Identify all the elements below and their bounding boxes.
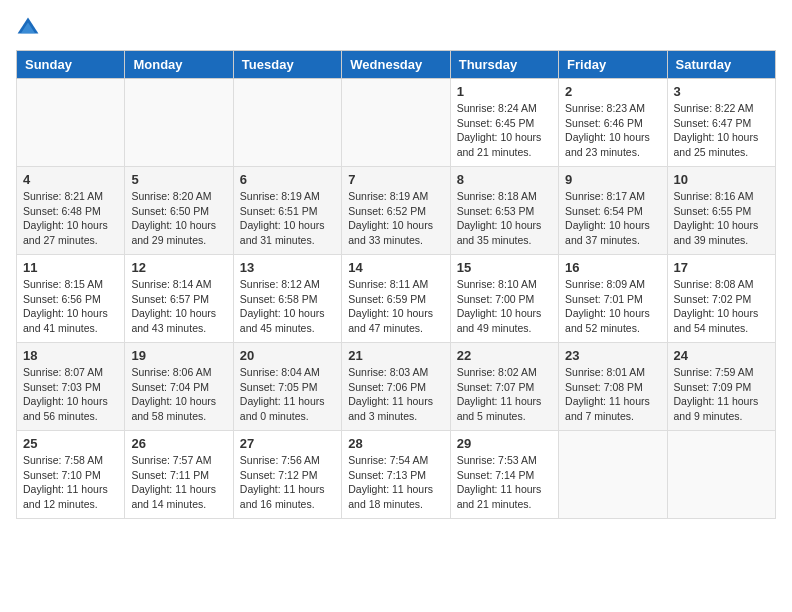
- day-info: Sunrise: 8:21 AM Sunset: 6:48 PM Dayligh…: [23, 189, 118, 248]
- day-number: 18: [23, 348, 118, 363]
- day-cell: 6Sunrise: 8:19 AM Sunset: 6:51 PM Daylig…: [233, 167, 341, 255]
- day-cell: 9Sunrise: 8:17 AM Sunset: 6:54 PM Daylig…: [559, 167, 667, 255]
- day-number: 20: [240, 348, 335, 363]
- day-info: Sunrise: 8:14 AM Sunset: 6:57 PM Dayligh…: [131, 277, 226, 336]
- day-cell: 27Sunrise: 7:56 AM Sunset: 7:12 PM Dayli…: [233, 431, 341, 519]
- day-info: Sunrise: 8:10 AM Sunset: 7:00 PM Dayligh…: [457, 277, 552, 336]
- day-info: Sunrise: 7:59 AM Sunset: 7:09 PM Dayligh…: [674, 365, 769, 424]
- day-cell: 23Sunrise: 8:01 AM Sunset: 7:08 PM Dayli…: [559, 343, 667, 431]
- day-cell: 10Sunrise: 8:16 AM Sunset: 6:55 PM Dayli…: [667, 167, 775, 255]
- day-cell: 15Sunrise: 8:10 AM Sunset: 7:00 PM Dayli…: [450, 255, 558, 343]
- day-info: Sunrise: 8:16 AM Sunset: 6:55 PM Dayligh…: [674, 189, 769, 248]
- day-number: 6: [240, 172, 335, 187]
- day-cell: 14Sunrise: 8:11 AM Sunset: 6:59 PM Dayli…: [342, 255, 450, 343]
- day-info: Sunrise: 8:03 AM Sunset: 7:06 PM Dayligh…: [348, 365, 443, 424]
- day-number: 3: [674, 84, 769, 99]
- day-info: Sunrise: 8:12 AM Sunset: 6:58 PM Dayligh…: [240, 277, 335, 336]
- day-info: Sunrise: 7:54 AM Sunset: 7:13 PM Dayligh…: [348, 453, 443, 512]
- day-number: 17: [674, 260, 769, 275]
- day-cell: 11Sunrise: 8:15 AM Sunset: 6:56 PM Dayli…: [17, 255, 125, 343]
- day-info: Sunrise: 8:24 AM Sunset: 6:45 PM Dayligh…: [457, 101, 552, 160]
- day-cell: [559, 431, 667, 519]
- day-cell: 18Sunrise: 8:07 AM Sunset: 7:03 PM Dayli…: [17, 343, 125, 431]
- day-cell: [342, 79, 450, 167]
- day-cell: 21Sunrise: 8:03 AM Sunset: 7:06 PM Dayli…: [342, 343, 450, 431]
- day-cell: 4Sunrise: 8:21 AM Sunset: 6:48 PM Daylig…: [17, 167, 125, 255]
- day-number: 16: [565, 260, 660, 275]
- day-info: Sunrise: 8:20 AM Sunset: 6:50 PM Dayligh…: [131, 189, 226, 248]
- day-cell: [667, 431, 775, 519]
- column-header-sunday: Sunday: [17, 51, 125, 79]
- day-number: 21: [348, 348, 443, 363]
- day-info: Sunrise: 8:04 AM Sunset: 7:05 PM Dayligh…: [240, 365, 335, 424]
- day-number: 24: [674, 348, 769, 363]
- day-cell: 28Sunrise: 7:54 AM Sunset: 7:13 PM Dayli…: [342, 431, 450, 519]
- day-cell: [125, 79, 233, 167]
- day-info: Sunrise: 8:17 AM Sunset: 6:54 PM Dayligh…: [565, 189, 660, 248]
- day-cell: 22Sunrise: 8:02 AM Sunset: 7:07 PM Dayli…: [450, 343, 558, 431]
- day-number: 8: [457, 172, 552, 187]
- column-header-tuesday: Tuesday: [233, 51, 341, 79]
- day-cell: 20Sunrise: 8:04 AM Sunset: 7:05 PM Dayli…: [233, 343, 341, 431]
- week-row-5: 25Sunrise: 7:58 AM Sunset: 7:10 PM Dayli…: [17, 431, 776, 519]
- day-cell: 13Sunrise: 8:12 AM Sunset: 6:58 PM Dayli…: [233, 255, 341, 343]
- day-number: 25: [23, 436, 118, 451]
- week-row-4: 18Sunrise: 8:07 AM Sunset: 7:03 PM Dayli…: [17, 343, 776, 431]
- day-cell: 12Sunrise: 8:14 AM Sunset: 6:57 PM Dayli…: [125, 255, 233, 343]
- day-number: 14: [348, 260, 443, 275]
- day-number: 11: [23, 260, 118, 275]
- day-info: Sunrise: 8:22 AM Sunset: 6:47 PM Dayligh…: [674, 101, 769, 160]
- day-info: Sunrise: 7:58 AM Sunset: 7:10 PM Dayligh…: [23, 453, 118, 512]
- day-cell: 24Sunrise: 7:59 AM Sunset: 7:09 PM Dayli…: [667, 343, 775, 431]
- day-cell: [17, 79, 125, 167]
- day-cell: 1Sunrise: 8:24 AM Sunset: 6:45 PM Daylig…: [450, 79, 558, 167]
- day-number: 22: [457, 348, 552, 363]
- day-info: Sunrise: 8:23 AM Sunset: 6:46 PM Dayligh…: [565, 101, 660, 160]
- logo: [16, 16, 44, 40]
- column-header-monday: Monday: [125, 51, 233, 79]
- day-number: 4: [23, 172, 118, 187]
- day-number: 12: [131, 260, 226, 275]
- day-info: Sunrise: 8:11 AM Sunset: 6:59 PM Dayligh…: [348, 277, 443, 336]
- day-cell: 26Sunrise: 7:57 AM Sunset: 7:11 PM Dayli…: [125, 431, 233, 519]
- day-number: 19: [131, 348, 226, 363]
- day-number: 26: [131, 436, 226, 451]
- week-row-2: 4Sunrise: 8:21 AM Sunset: 6:48 PM Daylig…: [17, 167, 776, 255]
- day-cell: 3Sunrise: 8:22 AM Sunset: 6:47 PM Daylig…: [667, 79, 775, 167]
- day-info: Sunrise: 8:19 AM Sunset: 6:51 PM Dayligh…: [240, 189, 335, 248]
- day-info: Sunrise: 8:09 AM Sunset: 7:01 PM Dayligh…: [565, 277, 660, 336]
- day-cell: 25Sunrise: 7:58 AM Sunset: 7:10 PM Dayli…: [17, 431, 125, 519]
- header: [16, 16, 776, 40]
- day-number: 29: [457, 436, 552, 451]
- day-number: 9: [565, 172, 660, 187]
- column-header-saturday: Saturday: [667, 51, 775, 79]
- day-number: 13: [240, 260, 335, 275]
- column-header-thursday: Thursday: [450, 51, 558, 79]
- column-header-wednesday: Wednesday: [342, 51, 450, 79]
- day-number: 15: [457, 260, 552, 275]
- day-info: Sunrise: 7:57 AM Sunset: 7:11 PM Dayligh…: [131, 453, 226, 512]
- day-cell: 29Sunrise: 7:53 AM Sunset: 7:14 PM Dayli…: [450, 431, 558, 519]
- day-number: 5: [131, 172, 226, 187]
- week-row-3: 11Sunrise: 8:15 AM Sunset: 6:56 PM Dayli…: [17, 255, 776, 343]
- day-number: 2: [565, 84, 660, 99]
- day-number: 27: [240, 436, 335, 451]
- day-cell: 17Sunrise: 8:08 AM Sunset: 7:02 PM Dayli…: [667, 255, 775, 343]
- calendar-table: SundayMondayTuesdayWednesdayThursdayFrid…: [16, 50, 776, 519]
- day-number: 10: [674, 172, 769, 187]
- logo-icon: [16, 16, 40, 40]
- day-info: Sunrise: 8:08 AM Sunset: 7:02 PM Dayligh…: [674, 277, 769, 336]
- day-cell: 8Sunrise: 8:18 AM Sunset: 6:53 PM Daylig…: [450, 167, 558, 255]
- day-cell: [233, 79, 341, 167]
- day-info: Sunrise: 8:19 AM Sunset: 6:52 PM Dayligh…: [348, 189, 443, 248]
- day-cell: 7Sunrise: 8:19 AM Sunset: 6:52 PM Daylig…: [342, 167, 450, 255]
- day-cell: 2Sunrise: 8:23 AM Sunset: 6:46 PM Daylig…: [559, 79, 667, 167]
- day-number: 7: [348, 172, 443, 187]
- day-number: 23: [565, 348, 660, 363]
- calendar-header-row: SundayMondayTuesdayWednesdayThursdayFrid…: [17, 51, 776, 79]
- column-header-friday: Friday: [559, 51, 667, 79]
- day-info: Sunrise: 8:01 AM Sunset: 7:08 PM Dayligh…: [565, 365, 660, 424]
- day-cell: 19Sunrise: 8:06 AM Sunset: 7:04 PM Dayli…: [125, 343, 233, 431]
- day-info: Sunrise: 7:56 AM Sunset: 7:12 PM Dayligh…: [240, 453, 335, 512]
- day-info: Sunrise: 8:06 AM Sunset: 7:04 PM Dayligh…: [131, 365, 226, 424]
